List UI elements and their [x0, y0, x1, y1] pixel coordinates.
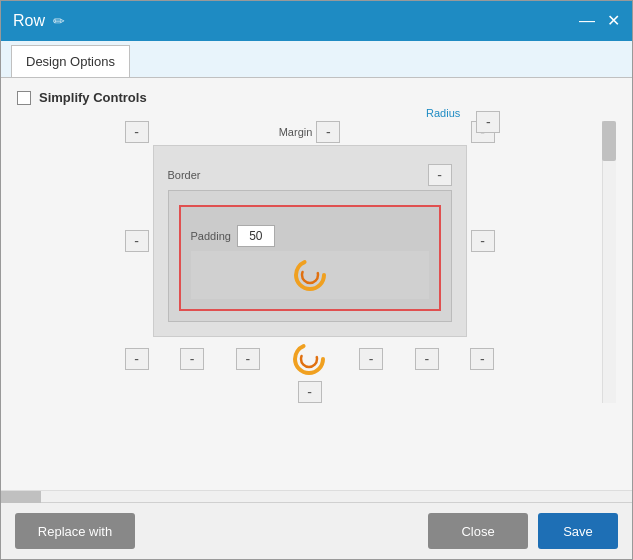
svg-point-1 — [302, 267, 318, 283]
h-scrollbar-thumb[interactable] — [1, 491, 41, 503]
edit-icon[interactable]: ✏ — [53, 13, 65, 29]
replace-with-button[interactable]: Replace with — [15, 513, 135, 549]
margin-bottom-button[interactable]: - — [298, 381, 322, 403]
simplify-controls-row: Simplify Controls — [17, 90, 616, 105]
window-title: Row — [13, 12, 45, 30]
dialog-window: Row ✏ — ✕ Design Options Simplify Contro… — [0, 0, 633, 560]
border-top-button[interactable]: - — [428, 164, 452, 186]
bottom-btn-2[interactable]: - — [180, 348, 204, 370]
spinner-icon — [292, 257, 328, 293]
margin-left-button[interactable]: - — [125, 230, 149, 252]
margin-right-button[interactable]: - — [471, 230, 495, 252]
radius-label: Radius — [426, 107, 460, 119]
close-button[interactable]: ✕ — [607, 13, 620, 29]
svg-point-0 — [296, 261, 324, 289]
horizontal-scrollbar[interactable] — [1, 490, 632, 502]
save-button[interactable]: Save — [538, 513, 618, 549]
margin-top-button[interactable]: - — [316, 121, 340, 143]
bottom-btn-6[interactable]: - — [470, 348, 494, 370]
bottom-spinner — [291, 341, 327, 377]
minimize-button[interactable]: — — [579, 13, 595, 29]
padding-input[interactable] — [237, 225, 275, 247]
title-bar: Row ✏ — ✕ — [1, 1, 632, 41]
title-left: Row ✏ — [13, 12, 65, 30]
content-area: Simplify Controls - Margin - Radius - — [1, 78, 632, 490]
radius-button[interactable]: - — [476, 111, 500, 133]
svg-point-2 — [295, 345, 323, 373]
margin-left-top-button[interactable]: - — [125, 121, 149, 143]
title-controls: — ✕ — [579, 13, 620, 29]
simplify-controls-label: Simplify Controls — [39, 90, 147, 105]
simplify-controls-checkbox[interactable] — [17, 91, 31, 105]
bottom-btn-1[interactable]: - — [125, 348, 149, 370]
scrollbar-thumb[interactable] — [602, 121, 616, 161]
bottom-btn-5[interactable]: - — [415, 348, 439, 370]
tab-design-options[interactable]: Design Options — [11, 45, 130, 77]
bottom-btn-4[interactable]: - — [359, 348, 383, 370]
margin-label: Margin — [279, 126, 313, 138]
border-label: Border — [168, 169, 201, 181]
bottom-btn-3[interactable]: - — [236, 348, 260, 370]
vertical-scrollbar[interactable] — [602, 121, 616, 403]
svg-point-3 — [301, 351, 317, 367]
footer: Replace with Close Save — [1, 502, 632, 559]
close-button-footer[interactable]: Close — [428, 513, 528, 549]
padding-label: Padding — [191, 230, 231, 242]
tabs-bar: Design Options — [1, 41, 632, 78]
